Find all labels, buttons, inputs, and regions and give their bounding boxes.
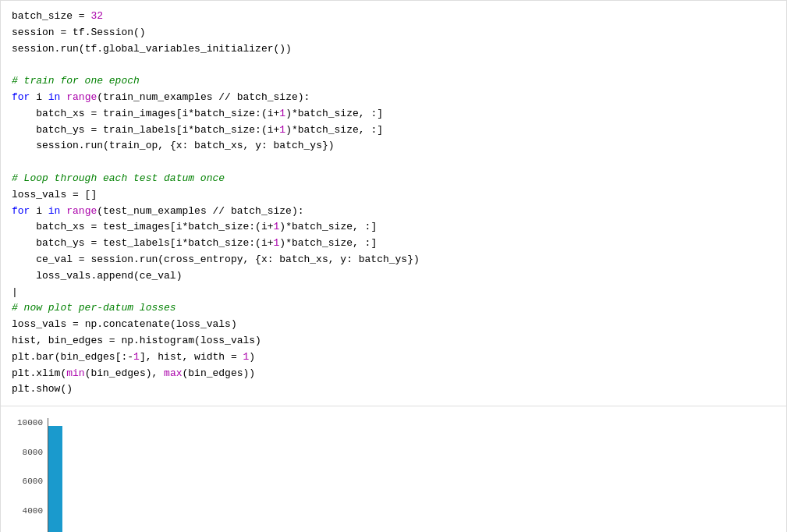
code-token: batch_xs [194, 140, 243, 151]
code-token: hist [158, 351, 182, 363]
code-token: ) [249, 351, 255, 363]
code-token: i [268, 124, 274, 136]
code-token: Session [90, 27, 133, 38]
code-token: batch_size [194, 108, 255, 119]
code-token: # now plot per-datum losses [12, 302, 176, 314]
code-token: batch_size [292, 237, 353, 249]
code-token: = [85, 124, 103, 136]
code-token: () [60, 383, 73, 395]
code-token: batch_xs [12, 108, 85, 119]
code-token: + [268, 237, 274, 249]
code-editor: batch_size = 32 session = tf.Session() s… [0, 0, 787, 406]
code-token: )* [285, 108, 298, 119]
code-token: ( [158, 254, 164, 265]
code-token: , :] [359, 124, 383, 136]
chart-area: 1000080006000400020000 02468 [0, 406, 787, 532]
code-token: y [340, 254, 346, 265]
code-token: batch_ys [359, 254, 407, 265]
code-token: , [328, 254, 341, 265]
code-token: append [97, 270, 133, 282]
code-token: show [36, 383, 60, 395]
code-token: ()) [274, 43, 292, 55]
code-token: ), [146, 367, 164, 379]
code-token: loss_vals [12, 270, 90, 282]
code-token: ce_val [140, 270, 176, 282]
code-token: min [66, 367, 84, 379]
code-token: :( [255, 108, 268, 119]
code-token: , :] [353, 221, 377, 232]
code-token: plt [12, 367, 30, 379]
code-token: = [85, 237, 103, 249]
code-token: ( [97, 91, 103, 103]
code-token: ): [292, 205, 304, 217]
code-token: . [133, 335, 140, 346]
code-token: for [12, 91, 30, 103]
code-token: session [12, 27, 55, 38]
code-token: i [30, 205, 48, 217]
code-token: , :] [359, 108, 383, 119]
code-token: batch_size [292, 221, 353, 232]
code-token: )* [279, 237, 292, 249]
code-token: train_labels [103, 124, 176, 136]
code-token: . [79, 140, 85, 151]
code-token: train_op [109, 140, 158, 151]
code-token: , width = [183, 351, 243, 363]
code-token: * [188, 124, 194, 136]
chart-bar [48, 426, 62, 532]
code-token: bin_edges [90, 367, 145, 379]
code-token: )* [285, 124, 298, 136]
code-token: : [346, 254, 359, 265]
code-token: batch_size [194, 124, 255, 136]
code-token: () [133, 27, 146, 38]
y-axis: 1000080006000400020000 [9, 418, 43, 532]
code-token: session [12, 140, 79, 151]
code-token: }) [407, 254, 420, 265]
code-token: run [60, 43, 78, 55]
code-token: histogram [140, 335, 194, 346]
code-token: , :] [353, 237, 377, 249]
code-token: ( [133, 270, 140, 282]
code-token: loss_vals [12, 189, 66, 200]
code-token: x [261, 254, 268, 265]
code-token: = [55, 27, 73, 38]
code-token: = [85, 108, 103, 119]
code-token: batch_size [237, 91, 298, 103]
code-token: ) [176, 270, 183, 282]
code-token: batch_ys [274, 140, 322, 151]
code-token: batch_size [12, 10, 73, 22]
code-token: . [97, 318, 103, 330]
code-token: batch_size [298, 108, 359, 119]
code-token: * [188, 108, 194, 119]
code-token: , { [243, 254, 261, 265]
code-token: batch_size [231, 205, 292, 217]
code-token: ( [103, 140, 109, 151]
code-token: range [66, 205, 97, 217]
code-token: [ [170, 237, 176, 249]
code-token: session [90, 254, 133, 265]
code-token: range [66, 91, 97, 103]
code-token: concatenate [103, 318, 170, 330]
code-token: tf [73, 27, 85, 38]
code-token: )* [279, 221, 292, 232]
code-token: loss_vals [12, 318, 66, 330]
code-token: cross_entropy [164, 254, 243, 265]
y-axis-label: 6000 [23, 477, 43, 486]
code-token: np [121, 335, 133, 346]
code-token: = [85, 221, 103, 232]
code-token: : [261, 140, 274, 151]
code-token: x [176, 140, 183, 151]
code-token: i [30, 91, 48, 103]
code-token: = [] [66, 189, 97, 200]
code-token: batch_size [188, 237, 249, 249]
code-token: global_variables_initializer [103, 43, 273, 55]
code-token: // [213, 91, 237, 103]
code-token: ], [140, 351, 158, 363]
code-token: }) [322, 140, 335, 151]
code-token: : [183, 140, 195, 151]
code-token: : [268, 254, 280, 265]
code-token: :( [249, 221, 261, 232]
code-token: loss_vals [200, 335, 255, 346]
code-token: [:- [115, 351, 133, 363]
code-token: batch_xs [279, 254, 328, 265]
code-token: :( [249, 237, 261, 249]
